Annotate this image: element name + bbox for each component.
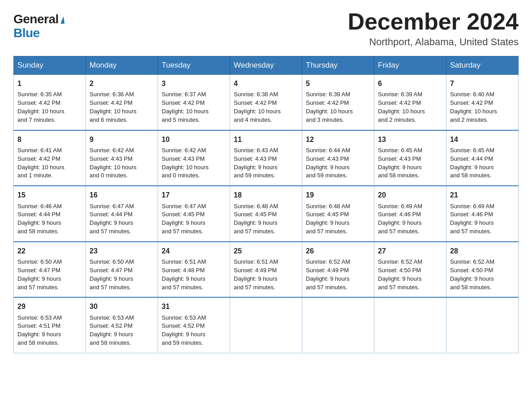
calendar-cell: 22Sunrise: 6:50 AM Sunset: 4:47 PM Dayli…: [14, 242, 86, 298]
calendar-cell: 13Sunrise: 6:45 AM Sunset: 4:43 PM Dayli…: [374, 130, 446, 186]
calendar-cell: 1Sunrise: 6:35 AM Sunset: 4:42 PM Daylig…: [14, 75, 86, 130]
day-info: Sunrise: 6:43 AM Sunset: 4:43 PM Dayligh…: [234, 146, 298, 180]
day-number: 5: [306, 78, 370, 89]
day-info: Sunrise: 6:35 AM Sunset: 4:42 PM Dayligh…: [17, 90, 82, 124]
day-number: 4: [234, 78, 298, 89]
day-number: 23: [90, 246, 154, 256]
day-number: 22: [17, 246, 82, 256]
calendar-cell: 17Sunrise: 6:47 AM Sunset: 4:45 PM Dayli…: [158, 186, 230, 242]
day-number: 1: [17, 78, 82, 89]
calendar-cell: 2Sunrise: 6:36 AM Sunset: 4:42 PM Daylig…: [86, 75, 158, 130]
day-info: Sunrise: 6:47 AM Sunset: 4:44 PM Dayligh…: [90, 202, 154, 236]
calendar-cell: 15Sunrise: 6:46 AM Sunset: 4:44 PM Dayli…: [14, 186, 86, 242]
calendar-cell: [302, 297, 374, 353]
calendar-cell: [374, 297, 446, 353]
calendar-cell: 5Sunrise: 6:39 AM Sunset: 4:42 PM Daylig…: [302, 75, 374, 130]
day-info: Sunrise: 6:39 AM Sunset: 4:42 PM Dayligh…: [306, 90, 370, 124]
day-info: Sunrise: 6:49 AM Sunset: 4:46 PM Dayligh…: [378, 202, 442, 236]
day-info: Sunrise: 6:44 AM Sunset: 4:43 PM Dayligh…: [306, 146, 370, 180]
weekday-header-wednesday: Wednesday: [230, 56, 302, 75]
calendar-week-row: 22Sunrise: 6:50 AM Sunset: 4:47 PM Dayli…: [14, 242, 519, 298]
calendar-cell: 11Sunrise: 6:43 AM Sunset: 4:43 PM Dayli…: [230, 130, 302, 186]
day-info: Sunrise: 6:48 AM Sunset: 4:45 PM Dayligh…: [234, 202, 298, 236]
day-number: 14: [450, 134, 515, 145]
calendar-cell: 23Sunrise: 6:50 AM Sunset: 4:47 PM Dayli…: [86, 242, 158, 298]
calendar-cell: 8Sunrise: 6:41 AM Sunset: 4:42 PM Daylig…: [14, 130, 86, 186]
calendar-cell: 27Sunrise: 6:52 AM Sunset: 4:50 PM Dayli…: [374, 242, 446, 298]
day-info: Sunrise: 6:53 AM Sunset: 4:52 PM Dayligh…: [90, 314, 154, 347]
day-info: Sunrise: 6:50 AM Sunset: 4:47 PM Dayligh…: [90, 258, 154, 291]
weekday-header-monday: Monday: [86, 56, 158, 75]
calendar-cell: [446, 297, 519, 353]
calendar-week-row: 29Sunrise: 6:53 AM Sunset: 4:51 PM Dayli…: [14, 297, 519, 353]
day-info: Sunrise: 6:53 AM Sunset: 4:51 PM Dayligh…: [17, 314, 82, 347]
title-area: December 2024 Northport, Alabama, United…: [348, 9, 519, 48]
calendar-week-row: 8Sunrise: 6:41 AM Sunset: 4:42 PM Daylig…: [14, 130, 519, 186]
weekday-header-row: SundayMondayTuesdayWednesdayThursdayFrid…: [14, 56, 519, 75]
logo-blue-text: Blue: [13, 26, 40, 40]
day-number: 29: [17, 301, 82, 312]
day-number: 25: [234, 246, 298, 256]
day-number: 6: [378, 78, 442, 89]
calendar-cell: [230, 297, 302, 353]
day-number: 13: [378, 134, 442, 145]
logo-general-text: General: [13, 13, 64, 26]
day-number: 27: [378, 246, 442, 256]
day-info: Sunrise: 6:53 AM Sunset: 4:52 PM Dayligh…: [162, 314, 226, 347]
location-title: Northport, Alabama, United States: [348, 36, 519, 48]
calendar-cell: 26Sunrise: 6:52 AM Sunset: 4:49 PM Dayli…: [302, 242, 374, 298]
day-info: Sunrise: 6:52 AM Sunset: 4:49 PM Dayligh…: [306, 258, 370, 291]
day-info: Sunrise: 6:51 AM Sunset: 4:48 PM Dayligh…: [162, 258, 226, 291]
day-number: 7: [450, 78, 515, 89]
day-number: 8: [17, 134, 82, 145]
day-number: 28: [450, 246, 515, 256]
logo: General Blue: [13, 9, 64, 40]
day-number: 9: [90, 134, 154, 145]
day-number: 15: [17, 190, 82, 200]
day-info: Sunrise: 6:38 AM Sunset: 4:42 PM Dayligh…: [234, 90, 298, 124]
day-number: 11: [234, 134, 298, 145]
weekday-header-thursday: Thursday: [302, 56, 374, 75]
day-info: Sunrise: 6:52 AM Sunset: 4:50 PM Dayligh…: [378, 258, 442, 291]
weekday-header-saturday: Saturday: [446, 56, 519, 75]
calendar-cell: 24Sunrise: 6:51 AM Sunset: 4:48 PM Dayli…: [158, 242, 230, 298]
day-number: 26: [306, 246, 370, 256]
calendar-cell: 28Sunrise: 6:52 AM Sunset: 4:50 PM Dayli…: [446, 242, 519, 298]
calendar-cell: 29Sunrise: 6:53 AM Sunset: 4:51 PM Dayli…: [14, 297, 86, 353]
month-title: December 2024: [348, 9, 519, 34]
day-info: Sunrise: 6:48 AM Sunset: 4:45 PM Dayligh…: [306, 202, 370, 236]
day-number: 17: [162, 190, 226, 200]
day-info: Sunrise: 6:42 AM Sunset: 4:43 PM Dayligh…: [162, 146, 226, 180]
day-info: Sunrise: 6:41 AM Sunset: 4:42 PM Dayligh…: [17, 146, 82, 180]
calendar-cell: 12Sunrise: 6:44 AM Sunset: 4:43 PM Dayli…: [302, 130, 374, 186]
calendar-cell: 14Sunrise: 6:45 AM Sunset: 4:44 PM Dayli…: [446, 130, 519, 186]
day-info: Sunrise: 6:42 AM Sunset: 4:43 PM Dayligh…: [90, 146, 154, 180]
day-info: Sunrise: 6:46 AM Sunset: 4:44 PM Dayligh…: [17, 202, 82, 236]
day-info: Sunrise: 6:40 AM Sunset: 4:42 PM Dayligh…: [450, 90, 515, 124]
calendar-cell: 3Sunrise: 6:37 AM Sunset: 4:42 PM Daylig…: [158, 75, 230, 130]
day-info: Sunrise: 6:51 AM Sunset: 4:49 PM Dayligh…: [234, 258, 298, 291]
day-number: 12: [306, 134, 370, 145]
day-number: 18: [234, 190, 298, 200]
day-number: 10: [162, 134, 226, 145]
day-number: 19: [306, 190, 370, 200]
day-info: Sunrise: 6:45 AM Sunset: 4:44 PM Dayligh…: [450, 146, 515, 180]
day-number: 31: [162, 301, 226, 312]
day-info: Sunrise: 6:52 AM Sunset: 4:50 PM Dayligh…: [450, 258, 515, 291]
calendar-cell: 4Sunrise: 6:38 AM Sunset: 4:42 PM Daylig…: [230, 75, 302, 130]
calendar-cell: 7Sunrise: 6:40 AM Sunset: 4:42 PM Daylig…: [446, 75, 519, 130]
day-info: Sunrise: 6:50 AM Sunset: 4:47 PM Dayligh…: [17, 258, 82, 291]
calendar-cell: 16Sunrise: 6:47 AM Sunset: 4:44 PM Dayli…: [86, 186, 158, 242]
weekday-header-tuesday: Tuesday: [158, 56, 230, 75]
day-info: Sunrise: 6:39 AM Sunset: 4:42 PM Dayligh…: [378, 90, 442, 124]
day-info: Sunrise: 6:36 AM Sunset: 4:42 PM Dayligh…: [90, 90, 154, 124]
weekday-header-friday: Friday: [374, 56, 446, 75]
day-number: 16: [90, 190, 154, 200]
calendar-cell: 21Sunrise: 6:49 AM Sunset: 4:46 PM Dayli…: [446, 186, 519, 242]
day-number: 2: [90, 78, 154, 89]
day-info: Sunrise: 6:37 AM Sunset: 4:42 PM Dayligh…: [162, 90, 226, 124]
header-area: General Blue December 2024 Northport, Al…: [13, 9, 519, 48]
calendar-cell: 25Sunrise: 6:51 AM Sunset: 4:49 PM Dayli…: [230, 242, 302, 298]
day-number: 30: [90, 301, 154, 312]
calendar-cell: 9Sunrise: 6:42 AM Sunset: 4:43 PM Daylig…: [86, 130, 158, 186]
